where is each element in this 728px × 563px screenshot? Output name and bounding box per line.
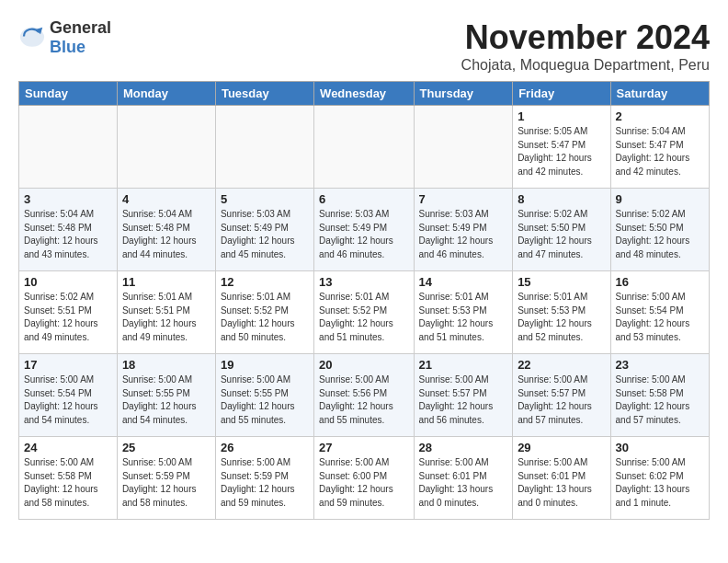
day-info: Sunrise: 5:00 AM Sunset: 6:00 PM Dayligh… xyxy=(319,456,408,510)
day-number: 12 xyxy=(221,275,309,289)
calendar-cell: 6Sunrise: 5:03 AM Sunset: 5:49 PM Daylig… xyxy=(314,189,414,271)
day-info: Sunrise: 5:01 AM Sunset: 5:53 PM Dayligh… xyxy=(518,291,605,344)
calendar-cell: 26Sunrise: 5:00 AM Sunset: 5:59 PM Dayli… xyxy=(215,437,313,520)
day-info: Sunrise: 5:00 AM Sunset: 5:54 PM Dayligh… xyxy=(616,291,704,344)
day-number: 5 xyxy=(221,192,309,206)
logo-icon xyxy=(18,24,46,52)
day-number: 30 xyxy=(616,441,704,454)
calendar-cell: 16Sunrise: 5:00 AM Sunset: 5:54 PM Dayli… xyxy=(610,271,709,354)
calendar-cell: 18Sunrise: 5:00 AM Sunset: 5:55 PM Dayli… xyxy=(117,354,215,437)
calendar-cell: 8Sunrise: 5:02 AM Sunset: 5:50 PM Daylig… xyxy=(513,189,610,271)
day-info: Sunrise: 5:01 AM Sunset: 5:51 PM Dayligh… xyxy=(122,291,210,344)
day-number: 16 xyxy=(616,275,704,289)
calendar-cell: 24Sunrise: 5:00 AM Sunset: 5:58 PM Dayli… xyxy=(19,437,118,520)
logo: General Blue xyxy=(18,18,111,57)
day-info: Sunrise: 5:00 AM Sunset: 5:55 PM Dayligh… xyxy=(221,373,309,427)
day-number: 11 xyxy=(122,275,210,289)
calendar-cell: 3Sunrise: 5:04 AM Sunset: 5:48 PM Daylig… xyxy=(19,189,118,271)
day-number: 19 xyxy=(221,358,309,372)
calendar-cell: 20Sunrise: 5:00 AM Sunset: 5:56 PM Dayli… xyxy=(314,354,414,437)
calendar-cell: 14Sunrise: 5:01 AM Sunset: 5:53 PM Dayli… xyxy=(414,271,513,354)
location-subtitle: Chojata, Moquegua Department, Peru xyxy=(461,57,710,74)
day-number: 8 xyxy=(518,192,605,206)
calendar-cell: 2Sunrise: 5:04 AM Sunset: 5:47 PM Daylig… xyxy=(610,106,709,189)
day-info: Sunrise: 5:00 AM Sunset: 5:59 PM Dayligh… xyxy=(221,456,309,510)
calendar-week-row: 3Sunrise: 5:04 AM Sunset: 5:48 PM Daylig… xyxy=(19,189,710,271)
day-info: Sunrise: 5:00 AM Sunset: 5:54 PM Dayligh… xyxy=(24,373,112,427)
calendar-week-row: 10Sunrise: 5:02 AM Sunset: 5:51 PM Dayli… xyxy=(19,271,710,354)
calendar-cell: 11Sunrise: 5:01 AM Sunset: 5:51 PM Dayli… xyxy=(117,271,215,354)
calendar-week-row: 1Sunrise: 5:05 AM Sunset: 5:47 PM Daylig… xyxy=(19,106,710,189)
calendar-cell xyxy=(215,106,313,189)
day-number: 3 xyxy=(24,192,112,206)
month-year-title: November 2024 xyxy=(461,18,710,57)
calendar-cell: 7Sunrise: 5:03 AM Sunset: 5:49 PM Daylig… xyxy=(414,189,513,271)
calendar-cell: 23Sunrise: 5:00 AM Sunset: 5:58 PM Dayli… xyxy=(610,354,709,437)
day-info: Sunrise: 5:04 AM Sunset: 5:48 PM Dayligh… xyxy=(24,208,112,261)
title-block: November 2024 Chojata, Moquegua Departme… xyxy=(461,18,710,74)
day-info: Sunrise: 5:00 AM Sunset: 6:01 PM Dayligh… xyxy=(419,456,508,510)
weekday-header-friday: Friday xyxy=(513,82,610,106)
calendar-cell: 12Sunrise: 5:01 AM Sunset: 5:52 PM Dayli… xyxy=(215,271,313,354)
calendar-cell: 15Sunrise: 5:01 AM Sunset: 5:53 PM Dayli… xyxy=(513,271,610,354)
weekday-header-wednesday: Wednesday xyxy=(314,82,414,106)
day-number: 29 xyxy=(518,441,605,454)
calendar-cell xyxy=(414,106,513,189)
calendar-cell xyxy=(314,106,414,189)
day-info: Sunrise: 5:00 AM Sunset: 6:02 PM Dayligh… xyxy=(616,456,704,510)
day-number: 25 xyxy=(122,441,210,454)
day-info: Sunrise: 5:02 AM Sunset: 5:50 PM Dayligh… xyxy=(616,208,704,261)
calendar-cell: 10Sunrise: 5:02 AM Sunset: 5:51 PM Dayli… xyxy=(19,271,118,354)
calendar-cell: 5Sunrise: 5:03 AM Sunset: 5:49 PM Daylig… xyxy=(215,189,313,271)
calendar-cell: 19Sunrise: 5:00 AM Sunset: 5:55 PM Dayli… xyxy=(215,354,313,437)
weekday-header-monday: Monday xyxy=(117,82,215,106)
day-info: Sunrise: 5:02 AM Sunset: 5:51 PM Dayligh… xyxy=(24,291,112,344)
calendar-cell xyxy=(19,106,118,189)
day-number: 23 xyxy=(616,358,704,372)
calendar-cell: 17Sunrise: 5:00 AM Sunset: 5:54 PM Dayli… xyxy=(19,354,118,437)
day-number: 9 xyxy=(616,192,704,206)
calendar-cell: 30Sunrise: 5:00 AM Sunset: 6:02 PM Dayli… xyxy=(610,437,709,520)
day-number: 10 xyxy=(24,275,112,289)
calendar-cell: 22Sunrise: 5:00 AM Sunset: 5:57 PM Dayli… xyxy=(513,354,610,437)
calendar-cell: 25Sunrise: 5:00 AM Sunset: 5:59 PM Dayli… xyxy=(117,437,215,520)
day-number: 18 xyxy=(122,358,210,372)
calendar-cell: 13Sunrise: 5:01 AM Sunset: 5:52 PM Dayli… xyxy=(314,271,414,354)
day-number: 21 xyxy=(419,358,508,372)
day-info: Sunrise: 5:00 AM Sunset: 5:58 PM Dayligh… xyxy=(24,456,112,510)
calendar-cell: 29Sunrise: 5:00 AM Sunset: 6:01 PM Dayli… xyxy=(513,437,610,520)
day-info: Sunrise: 5:00 AM Sunset: 5:58 PM Dayligh… xyxy=(616,373,704,427)
day-number: 22 xyxy=(518,358,605,372)
day-number: 2 xyxy=(616,109,704,123)
day-info: Sunrise: 5:01 AM Sunset: 5:52 PM Dayligh… xyxy=(319,291,408,344)
day-info: Sunrise: 5:03 AM Sunset: 5:49 PM Dayligh… xyxy=(221,208,309,261)
day-number: 17 xyxy=(24,358,112,372)
weekday-header-sunday: Sunday xyxy=(19,82,118,106)
day-number: 7 xyxy=(419,192,508,206)
day-info: Sunrise: 5:02 AM Sunset: 5:50 PM Dayligh… xyxy=(518,208,605,261)
day-info: Sunrise: 5:00 AM Sunset: 5:59 PM Dayligh… xyxy=(122,456,210,510)
day-info: Sunrise: 5:01 AM Sunset: 5:53 PM Dayligh… xyxy=(419,291,508,344)
day-info: Sunrise: 5:00 AM Sunset: 5:57 PM Dayligh… xyxy=(419,373,508,427)
day-info: Sunrise: 5:03 AM Sunset: 5:49 PM Dayligh… xyxy=(319,208,408,261)
day-info: Sunrise: 5:04 AM Sunset: 5:47 PM Dayligh… xyxy=(616,125,704,178)
calendar-table: SundayMondayTuesdayWednesdayThursdayFrid… xyxy=(18,81,710,520)
day-info: Sunrise: 5:05 AM Sunset: 5:47 PM Dayligh… xyxy=(518,125,605,178)
day-number: 24 xyxy=(24,441,112,454)
day-number: 20 xyxy=(319,358,408,372)
weekday-header-thursday: Thursday xyxy=(414,82,513,106)
day-number: 1 xyxy=(518,109,605,123)
day-info: Sunrise: 5:00 AM Sunset: 6:01 PM Dayligh… xyxy=(518,456,605,510)
calendar-cell: 27Sunrise: 5:00 AM Sunset: 6:00 PM Dayli… xyxy=(314,437,414,520)
calendar-cell: 4Sunrise: 5:04 AM Sunset: 5:48 PM Daylig… xyxy=(117,189,215,271)
day-number: 14 xyxy=(419,275,508,289)
logo-blue-text: Blue xyxy=(50,38,85,56)
day-info: Sunrise: 5:00 AM Sunset: 5:57 PM Dayligh… xyxy=(518,373,605,427)
calendar-week-row: 17Sunrise: 5:00 AM Sunset: 5:54 PM Dayli… xyxy=(19,354,710,437)
weekday-header-tuesday: Tuesday xyxy=(215,82,313,106)
calendar-cell: 21Sunrise: 5:00 AM Sunset: 5:57 PM Dayli… xyxy=(414,354,513,437)
day-number: 4 xyxy=(122,192,210,206)
day-number: 26 xyxy=(221,441,309,454)
header: General Blue November 2024 Chojata, Moqu… xyxy=(18,18,710,74)
day-number: 27 xyxy=(319,441,408,454)
